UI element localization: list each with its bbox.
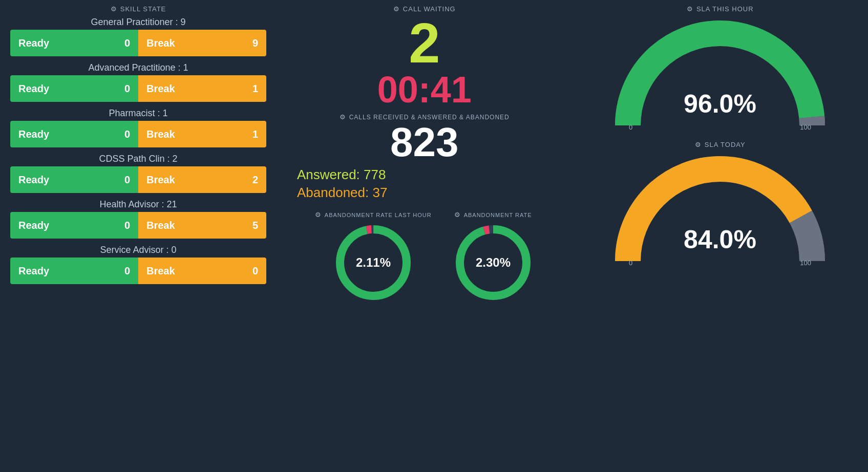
skill-ready: Ready0 (10, 258, 138, 284)
skill-name: Pharmacist : 1 (10, 108, 266, 119)
svg-text:2.30%: 2.30% (476, 255, 511, 269)
gear-icon-calls: ⚙ (340, 113, 346, 121)
ready-label: Ready (18, 83, 49, 95)
svg-text:2.11%: 2.11% (356, 255, 391, 269)
ready-count: 0 (124, 265, 130, 277)
skill-break: Break0 (138, 258, 266, 284)
gear-icon-donut2: ⚙ (454, 211, 461, 219)
donut1-svg: 2.11% (332, 222, 414, 304)
donut2-title: ⚙ ABANDONMENT RATE (454, 211, 532, 219)
break-label: Break (146, 220, 175, 231)
skill-group: Pharmacist : 1Ready0Break1 (10, 108, 266, 147)
ready-label: Ready (18, 174, 49, 186)
skill-bar: Ready0Break1 (10, 75, 266, 102)
skill-state-title: ⚙ SKILL STATE (10, 5, 266, 13)
donut-row: ⚙ ABANDONMENT RATE LAST HOUR 2.11% ⚙ ABA… (287, 211, 562, 304)
ready-count: 0 (124, 174, 130, 186)
skill-name: Service Advisor : 0 (10, 245, 266, 255)
sla-this-hour-gauge: 96.0% 0 100 (612, 18, 828, 131)
sla-this-hour-title: ⚙ SLA THIS HOUR (687, 5, 754, 13)
break-count: 5 (252, 220, 258, 231)
skill-ready: Ready0 (10, 121, 138, 147)
svg-text:0: 0 (629, 123, 632, 131)
ready-count: 0 (124, 37, 130, 49)
middle-panel: ⚙ CALL WAITING 2 00:41 ⚙ CALLS RECEIVED … (277, 0, 573, 472)
break-count: 2 (252, 174, 258, 186)
svg-text:100: 100 (800, 123, 812, 131)
ready-label: Ready (18, 128, 49, 140)
skill-group: Health Advisor : 21Ready0Break5 (10, 199, 266, 239)
skill-group: Advanced Practitione : 1Ready0Break1 (10, 62, 266, 102)
svg-text:96.0%: 96.0% (684, 90, 756, 118)
break-count: 1 (252, 128, 258, 140)
skill-ready: Ready0 (10, 212, 138, 239)
donut1-title: ⚙ ABANDONMENT RATE LAST HOUR (315, 211, 432, 219)
break-count: 0 (252, 265, 258, 277)
donut1-container: ⚙ ABANDONMENT RATE LAST HOUR 2.11% (315, 211, 432, 304)
call-timer: 00:41 (377, 71, 472, 108)
gear-icon-sla-today: ⚙ (695, 141, 702, 148)
abandoned-line: Abandoned: 37 (297, 185, 562, 201)
skill-name: General Practitioner : 9 (10, 17, 266, 28)
ready-count: 0 (124, 220, 130, 231)
skills-container: General Practitioner : 9Ready0Break9Adva… (10, 17, 266, 284)
skill-group: General Practitioner : 9Ready0Break9 (10, 17, 266, 56)
skill-bar: Ready0Break5 (10, 212, 266, 239)
break-count: 9 (252, 37, 258, 49)
break-label: Break (146, 128, 175, 140)
svg-text:100: 100 (800, 259, 812, 266)
skill-break: Break9 (138, 30, 266, 56)
svg-text:84.0%: 84.0% (684, 225, 756, 254)
answered-line: Answered: 778 (297, 167, 562, 183)
gear-icon-skill: ⚙ (111, 5, 117, 13)
sla-today-title: ⚙ SLA TODAY (695, 141, 746, 148)
sla-today-gauge: 84.0% 0 100 (612, 154, 828, 266)
skill-ready: Ready0 (10, 75, 138, 102)
call-waiting-number: 2 (409, 15, 440, 71)
svg-text:0: 0 (629, 259, 632, 266)
break-label: Break (146, 37, 175, 49)
ready-count: 0 (124, 83, 130, 95)
skill-name: CDSS Path Clin : 2 (10, 154, 266, 164)
donut2-svg: 2.30% (452, 222, 534, 304)
break-count: 1 (252, 83, 258, 95)
break-label: Break (146, 265, 175, 277)
skill-break: Break5 (138, 212, 266, 239)
left-panel: ⚙ SKILL STATE General Practitioner : 9Re… (0, 0, 277, 472)
skill-break: Break1 (138, 75, 266, 102)
skill-name: Health Advisor : 21 (10, 199, 266, 210)
ready-label: Ready (18, 37, 49, 49)
sla-today-section: ⚙ SLA TODAY 84.0% 0 100 (583, 141, 858, 276)
gear-icon-donut1: ⚙ (315, 211, 322, 219)
skill-bar: Ready0Break1 (10, 121, 266, 147)
break-label: Break (146, 174, 175, 186)
skill-group: CDSS Path Clin : 2Ready0Break2 (10, 154, 266, 193)
skill-group: Service Advisor : 0Ready0Break0 (10, 245, 266, 284)
gear-icon-call: ⚙ (393, 5, 400, 13)
ready-label: Ready (18, 220, 49, 231)
skill-bar: Ready0Break0 (10, 258, 266, 284)
ready-label: Ready (18, 265, 49, 277)
skill-break: Break2 (138, 166, 266, 193)
skill-ready: Ready0 (10, 166, 138, 193)
skill-ready: Ready0 (10, 30, 138, 56)
calls-received-number: 823 (390, 122, 458, 163)
ready-count: 0 (124, 128, 130, 140)
answered-abandoned-container: Answered: 778 Abandoned: 37 (287, 167, 562, 201)
break-label: Break (146, 83, 175, 95)
skill-break: Break1 (138, 121, 266, 147)
skill-bar: Ready0Break2 (10, 166, 266, 193)
skill-bar: Ready0Break9 (10, 30, 266, 56)
skill-name: Advanced Practitione : 1 (10, 62, 266, 73)
right-panel: ⚙ SLA THIS HOUR 96.0% 0 100 ⚙ SLA TODAY (573, 0, 869, 472)
gear-icon-sla-hour: ⚙ (687, 5, 693, 13)
donut2-container: ⚙ ABANDONMENT RATE 2.30% (452, 211, 534, 304)
